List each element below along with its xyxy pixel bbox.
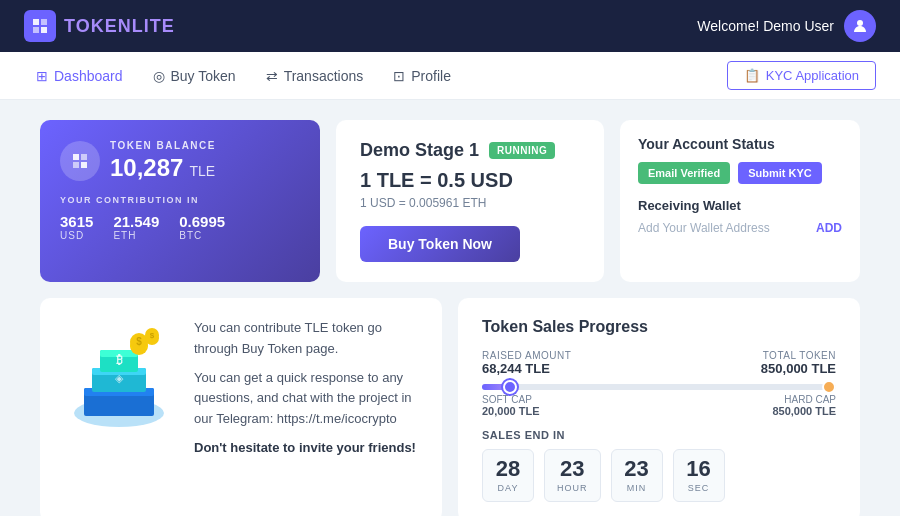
- info-illustration: $ $ ₿ ◈: [64, 318, 174, 438]
- kyc-application-button[interactable]: 📋 KYC Application: [727, 61, 876, 90]
- buy-token-now-button[interactable]: Buy Token Now: [360, 226, 520, 262]
- hard-cap-info: HARD CAP 850,000 TLE: [772, 394, 836, 417]
- wallet-placeholder: Add Your Wallet Address: [638, 221, 770, 235]
- info-para3: Don't hesitate to invite your friends!: [194, 438, 418, 459]
- svg-rect-0: [33, 19, 39, 25]
- countdown-sec-value: 16: [686, 458, 712, 480]
- account-status-title: Your Account Status: [638, 136, 842, 152]
- nav: ⊞ Dashboard ◎ Buy Token ⇄ Transactions ⊡…: [0, 52, 900, 100]
- contribution-values: 3615 USD 21.549 ETH 0.6995 BTC: [60, 213, 300, 241]
- svg-rect-5: [73, 154, 79, 160]
- stage-title: Demo Stage 1: [360, 140, 479, 161]
- transactions-icon: ⇄: [266, 68, 278, 84]
- contrib-usd-value: 3615: [60, 213, 93, 230]
- hard-cap-dot: [822, 380, 836, 394]
- email-verified-badge: Email Verified: [638, 162, 730, 184]
- token-balance-unit: TLE: [189, 163, 215, 179]
- main-content: TOKEN BALANCE 10,287 TLE YOUR CONTRIBUTI…: [0, 100, 900, 516]
- contrib-btc-label: BTC: [179, 230, 225, 241]
- nav-links: ⊞ Dashboard ◎ Buy Token ⇄ Transactions ⊡…: [24, 62, 463, 90]
- user-area: Welcome! Demo User: [697, 10, 876, 42]
- progress-track: [482, 384, 836, 390]
- countdown-sec: 16 SEC: [673, 449, 725, 502]
- raised-label: RAISED AMOUNT: [482, 350, 571, 361]
- countdown-day-value: 28: [495, 458, 521, 480]
- welcome-text: Welcome! Demo User: [697, 18, 834, 34]
- sales-progress-title: Token Sales Progress: [482, 318, 836, 336]
- sales-end-label: SALES END IN: [482, 429, 836, 441]
- user-avatar[interactable]: [844, 10, 876, 42]
- progress-fill: [482, 384, 510, 390]
- countdown-min-value: 23: [624, 458, 650, 480]
- contrib-eth-label: ETH: [113, 230, 159, 241]
- svg-rect-7: [73, 162, 79, 168]
- countdown-sec-unit: SEC: [686, 483, 712, 493]
- contrib-usd-label: USD: [60, 230, 93, 241]
- token-logo-circle: [60, 141, 100, 181]
- token-balance-info: TOKEN BALANCE 10,287 TLE: [110, 140, 216, 181]
- countdown-min: 23 MIN: [611, 449, 663, 502]
- buy-token-icon: ◎: [153, 68, 165, 84]
- svg-text:◈: ◈: [115, 372, 124, 384]
- contrib-eth: 21.549 ETH: [113, 213, 159, 241]
- add-wallet-link[interactable]: ADD: [816, 221, 842, 235]
- token-balance-top: TOKEN BALANCE 10,287 TLE: [60, 140, 300, 181]
- kyc-icon: 📋: [744, 68, 760, 83]
- stage-sub-rate: 1 USD = 0.005961 ETH: [360, 196, 580, 210]
- progress-dot: [503, 380, 517, 394]
- soft-cap-label: SOFT CAP: [482, 394, 539, 405]
- contrib-btc-value: 0.6995: [179, 213, 225, 230]
- countdown-day: 28 DAY: [482, 449, 534, 502]
- info-card: $ $ ₿ ◈ You can contribute TLE token go …: [40, 298, 442, 516]
- hard-cap-label: HARD CAP: [772, 394, 836, 405]
- contrib-btc: 0.6995 BTC: [179, 213, 225, 241]
- info-text: You can contribute TLE token go through …: [194, 318, 418, 467]
- countdown-min-unit: MIN: [624, 483, 650, 493]
- svg-rect-1: [41, 19, 47, 25]
- svg-text:₿: ₿: [116, 353, 123, 367]
- hard-cap-value: 850,000 TLE: [772, 405, 836, 417]
- countdown-hour: 23 HOUR: [544, 449, 601, 502]
- info-para2: You can get a quick response to any ques…: [194, 368, 418, 430]
- stage-header: Demo Stage 1 RUNNING: [360, 140, 580, 161]
- total-token-label: TOTAL TOKEN: [761, 350, 836, 361]
- svg-text:$: $: [150, 331, 155, 340]
- logo-icon: [24, 10, 56, 42]
- info-para1: You can contribute TLE token go through …: [194, 318, 418, 360]
- nav-item-buy-token[interactable]: ◎ Buy Token: [141, 62, 248, 90]
- token-balance-label: TOKEN BALANCE: [110, 140, 216, 151]
- svg-rect-3: [41, 27, 47, 33]
- dashboard-icon: ⊞: [36, 68, 48, 84]
- svg-point-4: [857, 20, 863, 26]
- bottom-row: $ $ ₿ ◈ You can contribute TLE token go …: [40, 298, 860, 516]
- countdown-hour-value: 23: [557, 458, 588, 480]
- token-balance-amount: 10,287: [110, 155, 183, 181]
- nav-item-transactions[interactable]: ⇄ Transactions: [254, 62, 376, 90]
- soft-cap-value: 20,000 TLE: [482, 405, 539, 417]
- svg-rect-8: [81, 162, 87, 168]
- total-token-amount: 850,000 TLE: [761, 361, 836, 376]
- sales-progress-card: Token Sales Progress RAISED AMOUNT 68,24…: [458, 298, 860, 516]
- logo-area: TOKENLITE: [24, 10, 175, 42]
- top-row: TOKEN BALANCE 10,287 TLE YOUR CONTRIBUTI…: [40, 120, 860, 282]
- header: TOKENLITE Welcome! Demo User: [0, 0, 900, 52]
- svg-rect-6: [81, 154, 87, 160]
- status-badges: Email Verified Submit KYC: [638, 162, 842, 184]
- account-status-card: Your Account Status Email Verified Submi…: [620, 120, 860, 282]
- logo-text: TOKENLITE: [64, 16, 175, 37]
- nav-item-profile[interactable]: ⊡ Profile: [381, 62, 463, 90]
- countdown-hour-unit: HOUR: [557, 483, 588, 493]
- receiving-wallet-title: Receiving Wallet: [638, 198, 842, 213]
- countdown-day-unit: DAY: [495, 483, 521, 493]
- running-badge: RUNNING: [489, 142, 555, 159]
- soft-cap-info: SOFT CAP 20,000 TLE: [482, 394, 539, 417]
- token-balance-card: TOKEN BALANCE 10,287 TLE YOUR CONTRIBUTI…: [40, 120, 320, 282]
- cap-labels: SOFT CAP 20,000 TLE HARD CAP 850,000 TLE: [482, 394, 836, 417]
- contrib-usd: 3615 USD: [60, 213, 93, 241]
- nav-item-dashboard[interactable]: ⊞ Dashboard: [24, 62, 135, 90]
- submit-kyc-badge[interactable]: Submit KYC: [738, 162, 822, 184]
- svg-text:$: $: [136, 336, 142, 347]
- countdown: 28 DAY 23 HOUR 23 MIN 16 SEC: [482, 449, 836, 502]
- svg-rect-2: [33, 27, 39, 33]
- wallet-row: Add Your Wallet Address ADD: [638, 221, 842, 235]
